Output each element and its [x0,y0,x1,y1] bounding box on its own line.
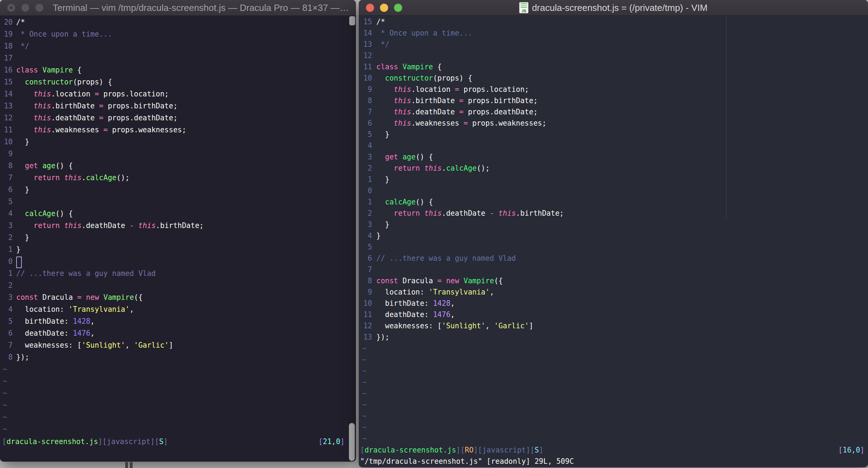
code-segment: } [16,233,29,242]
code-line: 13 */ [359,39,868,50]
line-number: 20 [0,16,13,28]
line-number: 6 [359,253,372,264]
code-segment: , [485,322,494,330]
zoom-button[interactable] [394,4,402,12]
line-number: 10 [359,298,372,309]
code-line: 5 } [359,129,868,140]
code-segment: 'Sunlight' [442,322,485,330]
code-segment: birthDate: [376,299,433,308]
code-segment: birthDate: [16,317,73,325]
code-line: 8}); [0,351,356,363]
code-segment: S [159,437,163,446]
line-number: 9 [359,84,372,95]
code-segment: * Once upon a time... [16,30,112,38]
line-number: 14 [359,27,372,39]
tilde-line: ~ [0,423,356,435]
line-number: 7 [359,264,372,275]
macvim-window[interactable]: dracula-screenshot.js = (/private/tmp) -… [359,0,868,467]
line-number: 3 [359,151,372,163]
code-line: 5 [0,196,356,208]
code-line: 4 [359,140,868,151]
close-button[interactable] [7,4,15,12]
code-segment: 16,0 [843,446,860,454]
macvim-titlebar[interactable]: dracula-screenshot.js = (/private/tmp) -… [359,0,868,16]
code-segment: class [376,63,402,71]
code-segment: return [34,173,64,182]
text-cursor [16,257,22,268]
code-line: 6// ...there was a guy named Vlad [359,253,868,264]
line-number: 2 [0,279,13,291]
code-line: 18 */ [0,40,356,52]
code-segment [376,74,385,82]
line-number: 6 [0,184,13,196]
code-segment: calcAge [86,173,116,182]
code-segment: 21,0 [323,437,340,446]
code-line: 10 birthDate: 1428, [359,298,868,309]
code-segment [376,119,394,127]
code-segment [16,102,34,110]
zoom-button[interactable] [35,4,44,12]
code-segment: { [433,63,442,71]
line-number: 3 [0,291,13,303]
scrollbar-top-thumb[interactable] [349,16,355,25]
terminal-window[interactable]: Terminal — vim /tmp/dracula-screenshot.j… [0,0,356,462]
code-segment: constructor [25,78,73,86]
code-segment: .weaknesses [51,126,103,134]
code-segment: this [424,209,442,217]
code-line: 6 this.weaknesses = props.weaknesses; [359,118,868,129]
line-number: 7 [0,339,13,351]
code-line: 2 } [0,232,356,244]
line-number: 10 [0,136,13,148]
code-segment: } [376,220,389,229]
code-line: 4} [359,230,868,241]
terminal-titlebar[interactable]: Terminal — vim /tmp/dracula-screenshot.j… [0,0,356,16]
code-segment: - [129,221,134,230]
line-number: 9 [0,148,13,160]
vim-code-area[interactable]: 15/*14 * Once upon a time...13 */1211cla… [359,16,868,444]
line-number: 5 [0,315,13,327]
code-segment: props.location; [99,90,169,98]
code-segment: calcAge [25,209,56,218]
code-segment: get [25,162,43,170]
scrollbar-thumb[interactable] [349,423,355,461]
code-segment: this [34,126,51,134]
code-segment: (props) { [73,78,112,86]
tilde-line: ~ [0,387,356,399]
code-segment: props.birthDate; [103,102,178,110]
tilde-line: ~ [0,411,356,423]
code-segment: [ [360,446,364,454]
code-segment: Vampire [103,293,134,302]
close-button[interactable] [366,4,374,12]
code-line: 1 } [359,174,868,185]
code-line: 11 this.weaknesses = props.weaknesses; [0,124,356,136]
code-segment: } [376,175,389,184]
tilde-line: ~ [359,422,868,433]
code-line: 3const Dracula = new Vampire({ [0,291,356,303]
code-segment: calcAge [446,164,477,172]
line-number: 1 [0,244,13,255]
tilde-line: ~ [359,343,868,354]
code-segment: Vampire [402,63,433,71]
minimize-button[interactable] [380,4,388,12]
vim-statusline: [dracula-screenshot.js][RO][javascript][… [360,444,543,456]
code-segment: props.weaknesses; [108,126,186,134]
code-segment: dracula-screenshot.js [364,446,456,454]
code-line: 11class Vampire { [359,61,868,72]
code-segment: this [138,221,156,230]
code-segment: = [455,85,459,94]
code-segment: ][ [456,446,465,454]
code-segment: .birthDate [51,102,99,110]
code-line: 0 [359,185,868,196]
minimize-button[interactable] [21,4,30,12]
code-segment: this [394,108,411,116]
line-number: 0 [0,255,13,267]
line-number: 16 [0,64,13,76]
code-segment: .deathDate [51,114,99,122]
code-segment: () { [416,198,433,206]
code-segment: this [64,221,82,230]
code-line: 7 this.deathDate = props.deathDate; [359,106,868,118]
vim-code-area[interactable]: 20/*19 * Once upon a time...18 */1716cla… [0,16,356,435]
code-segment: age [402,153,415,161]
code-line: 19 * Once upon a time... [0,28,356,40]
code-segment [134,221,138,230]
